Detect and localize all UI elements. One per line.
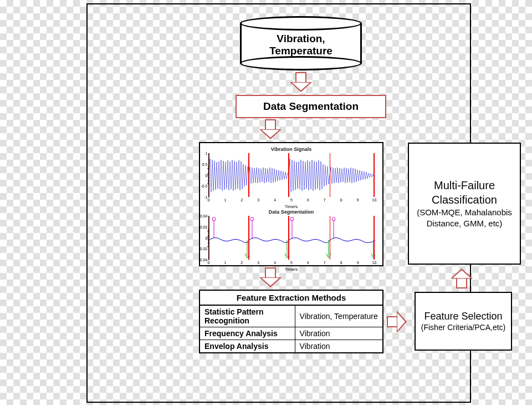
plot2-yticks: 0.04 0.02 0 -0.02 -0.04 <box>197 216 208 260</box>
feature-selection-box: Feature Selection (Fisher Criteria/PCA,e… <box>415 292 512 351</box>
cylinder-bottom <box>240 56 362 70</box>
plot2-svg <box>209 216 375 260</box>
arrow-seg-to-plot <box>259 119 282 139</box>
data-source-line1: Vibration, <box>277 33 325 44</box>
table-header: Feature Extraction Methods <box>200 291 382 305</box>
plot1-xlabel: Time/s <box>203 204 379 209</box>
data-segmentation-label: Data Segmentation <box>263 100 359 113</box>
classification-box: Multi-Failure Classification (SOM-MQE, M… <box>408 143 521 265</box>
feature-extraction-table: Feature Extraction Methods Statistic Pat… <box>199 290 383 353</box>
method-cell: Frequency Analysis <box>200 327 295 340</box>
table-row: Frequency Analysis Vibration <box>200 327 382 340</box>
data-cell: Vibration <box>295 327 382 340</box>
classification-sub: (SOM-MQE, Mahalanobis Distance, GMM, etc… <box>412 207 516 229</box>
plot1-yticks: 1 0.5 0 -0.5 -1 <box>197 153 208 197</box>
plot2-title: Data Segmentation <box>203 209 379 215</box>
signal-plot-panel: Vibration Signals Amplitude 1 0.5 0 -0.5… <box>199 142 383 266</box>
arrow-featsel-to-class <box>451 269 473 288</box>
data-cell: Vibration <box>295 340 382 353</box>
data-source-cylinder: Vibration, Temperature <box>240 16 362 70</box>
table-row: Statistic Pattern Recognition Vibration,… <box>200 306 382 327</box>
feature-selection-sub: (Fisher Criteria/PCA,etc) <box>419 322 508 332</box>
segmentation-plot: Amplitude 0.04 0.02 0 -0.02 -0.04 <box>208 216 375 260</box>
method-cell: Envelop Analysis <box>200 340 295 353</box>
classification-title: Multi-Failure Classification <box>412 178 516 207</box>
plot1-svg <box>209 153 375 198</box>
vibration-plot: Amplitude 1 0.5 0 -0.5 -1 <box>208 153 375 198</box>
diagram-frame: Vibration, Temperature Data Segmentation… <box>86 3 471 403</box>
plot2-xticks: 0 1 2 3 4 5 6 7 8 9 10 <box>209 261 375 266</box>
plot1-title: Vibration Signals <box>203 146 379 152</box>
data-source-label: Vibration, Temperature <box>240 33 362 57</box>
arrow-db-to-seg <box>290 72 312 92</box>
plot2-xlabel: Time/s <box>203 267 379 272</box>
table-row: Envelop Analysis Vibration <box>200 340 382 353</box>
cylinder-top <box>240 16 362 31</box>
method-cell: Statistic Pattern Recognition <box>200 306 295 327</box>
arrow-plot-to-table <box>259 267 282 287</box>
data-segmentation-box: Data Segmentation <box>236 95 386 118</box>
plot1-xticks: 0 1 2 3 4 5 6 7 8 9 10 <box>209 198 375 204</box>
feature-selection-title: Feature Selection <box>419 311 508 322</box>
data-source-line2: Temperature <box>269 45 332 57</box>
data-cell: Vibration, Temperature <box>295 306 382 327</box>
